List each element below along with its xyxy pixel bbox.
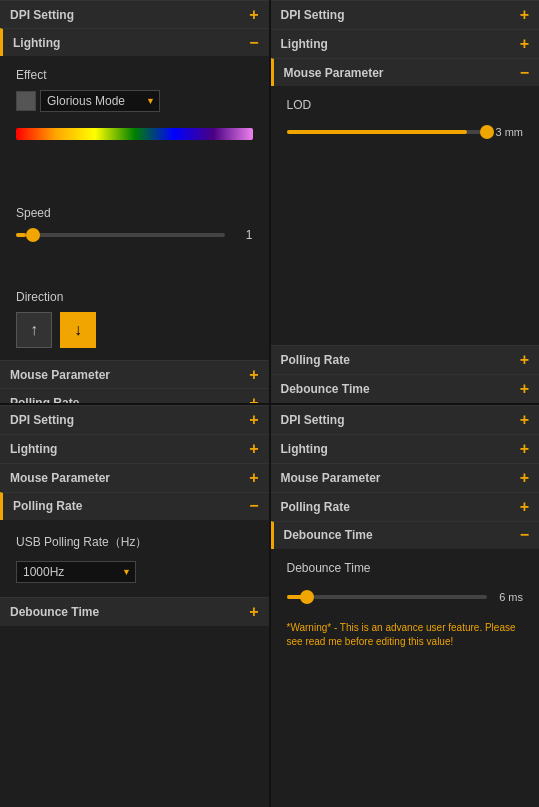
debounce-content-br: Debounce Time 6 ms *Warning* - This is a…: [271, 549, 540, 661]
mouse-param-label-bl: Mouse Parameter: [10, 471, 110, 485]
dpi-setting-header-tl[interactable]: DPI Setting +: [0, 0, 269, 28]
mouse-param-header-br[interactable]: Mouse Parameter +: [271, 463, 540, 492]
lighting-header-tr[interactable]: Lighting +: [271, 29, 540, 58]
dpi-setting-icon-bl: +: [249, 411, 258, 429]
mouse-param-label-tr: Mouse Parameter: [284, 66, 384, 80]
lighting-label-br: Lighting: [281, 442, 328, 456]
dpi-setting-header-bl[interactable]: DPI Setting +: [0, 405, 269, 434]
mouse-param-icon-bl: +: [249, 469, 258, 487]
lod-track-wrap: [287, 120, 488, 144]
speed-thumb[interactable]: [26, 228, 40, 242]
lighting-icon-br: +: [520, 440, 529, 458]
debounce-icon-bl: +: [249, 603, 258, 621]
polling-rate-icon-bl: −: [249, 498, 258, 514]
lod-track[interactable]: [287, 130, 488, 134]
debounce-icon-tr: +: [520, 380, 529, 398]
debounce-header-bl[interactable]: Debounce Time +: [0, 597, 269, 626]
polling-rate-header-br[interactable]: Polling Rate +: [271, 492, 540, 521]
lighting-header-br[interactable]: Lighting +: [271, 434, 540, 463]
polling-dropdown-wrapper: 1000Hz 500Hz 250Hz 125Hz: [16, 561, 136, 583]
debounce-thumb[interactable]: [300, 590, 314, 604]
mouse-param-icon-br: +: [520, 469, 529, 487]
dpi-setting-label-br: DPI Setting: [281, 413, 345, 427]
polling-rate-header-bl[interactable]: Polling Rate −: [0, 492, 269, 520]
polling-rate-icon-br: +: [520, 498, 529, 516]
mouse-param-label-tl: Mouse Parameter: [10, 368, 110, 382]
lighting-icon-tr: +: [520, 35, 529, 53]
color-swatch: [16, 91, 36, 111]
polling-usb-label: USB Polling Rate（Hz）: [16, 534, 253, 551]
polling-select[interactable]: 1000Hz 500Hz 250Hz 125Hz: [16, 561, 136, 583]
lighting-label-tr: Lighting: [281, 37, 328, 51]
mouse-param-header-tr[interactable]: Mouse Parameter −: [271, 58, 540, 86]
polling-rate-label-br: Polling Rate: [281, 500, 350, 514]
debounce-value: 6 ms: [493, 591, 523, 603]
debounce-label-bl: Debounce Time: [10, 605, 99, 619]
dpi-setting-icon-br: +: [520, 411, 529, 429]
dpi-setting-label-bl: DPI Setting: [10, 413, 74, 427]
debounce-icon-br: −: [520, 527, 529, 543]
debounce-time-label: Debounce Time: [287, 561, 524, 575]
speed-label: Speed: [16, 206, 253, 220]
effect-dropdown-wrapper: Glorious Mode: [40, 90, 160, 112]
polling-rate-icon-tl: +: [249, 394, 258, 403]
panel-top-left: DPI Setting + Lighting − Effect Glorious…: [0, 0, 269, 403]
effect-label: Effect: [16, 68, 253, 82]
lod-thumb[interactable]: [480, 125, 494, 139]
lighting-icon-tl: −: [249, 35, 258, 51]
dpi-setting-header-br[interactable]: DPI Setting +: [271, 405, 540, 434]
mouse-param-content-tr: LOD 3 mm: [271, 86, 540, 345]
dpi-setting-label-tl: DPI Setting: [10, 8, 74, 22]
speed-fill: [16, 233, 26, 237]
mouse-param-icon-tl: +: [249, 366, 258, 384]
lighting-header-bl[interactable]: Lighting +: [0, 434, 269, 463]
polling-rate-label-tl: Polling Rate: [10, 396, 79, 403]
lod-label: LOD: [287, 98, 524, 112]
lighting-label-bl: Lighting: [10, 442, 57, 456]
effect-dropdown-row: Glorious Mode: [16, 90, 253, 112]
dpi-setting-icon-tr: +: [520, 6, 529, 24]
direction-label: Direction: [16, 290, 253, 304]
polling-rate-header-tr[interactable]: Polling Rate +: [271, 345, 540, 374]
main-grid: DPI Setting + Lighting − Effect Glorious…: [0, 0, 539, 807]
debounce-warning: *Warning* - This is an advance user feat…: [287, 621, 524, 649]
dpi-setting-icon-tl: +: [249, 6, 258, 24]
debounce-track[interactable]: [287, 595, 488, 599]
direction-buttons: ↑ ↓: [16, 312, 253, 348]
polling-rate-label-tr: Polling Rate: [281, 353, 350, 367]
lighting-header-tl[interactable]: Lighting −: [0, 28, 269, 56]
debounce-header-br[interactable]: Debounce Time −: [271, 521, 540, 549]
mouse-param-icon-tr: −: [520, 65, 529, 81]
polling-rate-icon-tr: +: [520, 351, 529, 369]
dir-up-btn[interactable]: ↑: [16, 312, 52, 348]
lighting-icon-bl: +: [249, 440, 258, 458]
lighting-content-tl: Effect Glorious Mode Speed 1: [0, 56, 269, 360]
debounce-label-br: Debounce Time: [284, 528, 373, 542]
dpi-setting-header-tr[interactable]: DPI Setting +: [271, 0, 540, 29]
lod-value: 3 mm: [493, 126, 523, 138]
color-preview-area: [16, 156, 253, 206]
panel-top-right: DPI Setting + Lighting + Mouse Parameter…: [271, 0, 540, 403]
dir-down-btn[interactable]: ↓: [60, 312, 96, 348]
speed-value: 1: [233, 228, 253, 242]
lighting-label-tl: Lighting: [13, 36, 60, 50]
polling-rate-label-bl: Polling Rate: [13, 499, 82, 513]
mouse-param-label-br: Mouse Parameter: [281, 471, 381, 485]
dpi-setting-label-tr: DPI Setting: [281, 8, 345, 22]
speed-track[interactable]: [16, 233, 225, 237]
debounce-header-tr[interactable]: Debounce Time +: [271, 374, 540, 403]
polling-rate-header-tl[interactable]: Polling Rate +: [0, 388, 269, 403]
effect-select[interactable]: Glorious Mode: [40, 90, 160, 112]
spacer1: [16, 250, 253, 290]
mouse-param-header-bl[interactable]: Mouse Parameter +: [0, 463, 269, 492]
debounce-label-tr: Debounce Time: [281, 382, 370, 396]
speed-slider-row: 1: [16, 228, 253, 242]
debounce-slider-row: 6 ms: [287, 585, 524, 609]
panel-bottom-left: DPI Setting + Lighting + Mouse Parameter…: [0, 405, 269, 808]
debounce-track-wrap: [287, 585, 488, 609]
polling-content-bl: USB Polling Rate（Hz） 1000Hz 500Hz 250Hz …: [0, 520, 269, 597]
panel-bottom-right: DPI Setting + Lighting + Mouse Parameter…: [271, 405, 540, 808]
mouse-param-header-tl[interactable]: Mouse Parameter +: [0, 360, 269, 388]
lod-fill: [287, 130, 467, 134]
color-strip: [16, 128, 253, 140]
